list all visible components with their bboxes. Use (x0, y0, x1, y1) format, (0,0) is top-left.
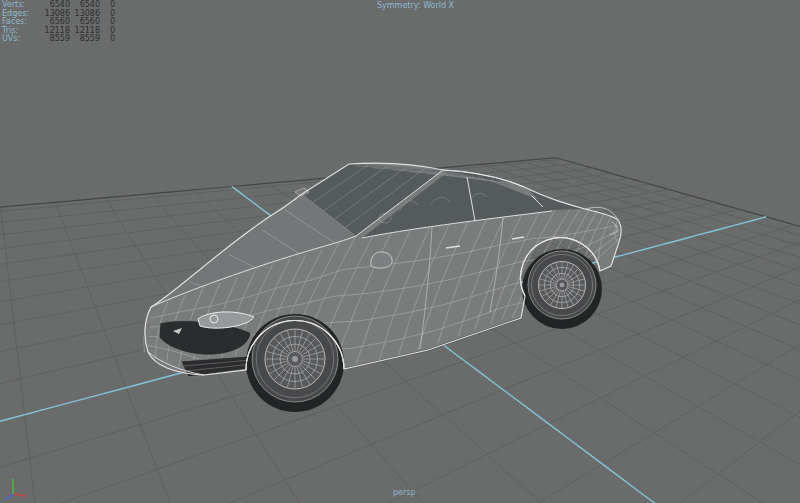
wheel (522, 249, 602, 329)
view-axis-gizmo (2, 472, 36, 503)
poly-count-selected: 8559 (70, 35, 100, 44)
poly-count-component: 0 (100, 35, 115, 44)
poly-count-hud: Verts:654065400Edges:13086130860Faces:65… (2, 1, 116, 44)
poly-count-row: UVs:855985590 (2, 35, 116, 44)
symmetry-label: Symmetry: (377, 1, 421, 10)
wheel (246, 314, 344, 412)
x-axis-icon (13, 494, 26, 496)
viewport-canvas[interactable] (0, 0, 800, 503)
camera-name-label: persp (393, 489, 416, 498)
symmetry-hud: Symmetry: World X (377, 2, 454, 11)
poly-count-total: 8559 (32, 35, 70, 44)
maya-perspective-viewport[interactable]: Verts:654065400Edges:13086130860Faces:65… (0, 0, 800, 503)
poly-count-label: UVs: (2, 35, 32, 44)
z-axis-icon (5, 494, 13, 500)
symmetry-value: World X (423, 1, 454, 10)
